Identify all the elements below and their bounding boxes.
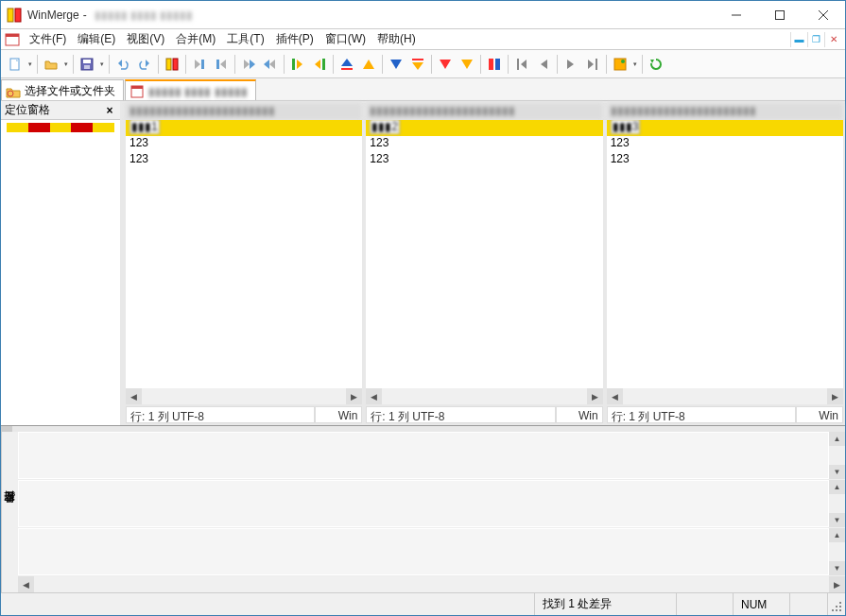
- copy-right-advance-icon[interactable]: [238, 54, 259, 75]
- undo-icon[interactable]: [112, 54, 133, 75]
- svg-rect-1: [15, 9, 21, 22]
- svg-rect-12: [84, 65, 90, 69]
- mdi-close-button[interactable]: ✕: [824, 32, 841, 47]
- menu-merge[interactable]: 合并(M): [170, 29, 221, 49]
- copy-left-icon[interactable]: [211, 54, 232, 75]
- tab-select-files[interactable]: 选择文件或文件夹: [1, 79, 124, 100]
- scroll-left-icon[interactable]: ◀: [366, 388, 382, 404]
- location-map[interactable]: [7, 123, 114, 132]
- scroll-right-icon[interactable]: ▶: [587, 388, 603, 404]
- pane-a: ▮▮▮1 123 123 ◀▶: [126, 120, 362, 404]
- menu-edit[interactable]: 编辑(E): [72, 29, 121, 49]
- pane-c-hscroll[interactable]: ◀▶: [607, 388, 843, 404]
- prev-diff-icon[interactable]: [358, 54, 379, 75]
- pane-b-line-3[interactable]: 123: [366, 152, 602, 168]
- all-right-icon[interactable]: [287, 54, 308, 75]
- close-button[interactable]: [802, 1, 845, 29]
- next-conflict-icon[interactable]: [484, 54, 505, 75]
- menu-tools[interactable]: 工具(T): [221, 29, 269, 49]
- diff-pane-hscroll[interactable]: ◀ ▶: [18, 576, 845, 592]
- scroll-right-icon[interactable]: ▶: [346, 388, 362, 404]
- maximize-button[interactable]: [758, 1, 802, 29]
- last-diff-icon[interactable]: [407, 54, 428, 75]
- diff-row-vscroll[interactable]: ▲▼: [829, 528, 845, 575]
- redo-icon[interactable]: [134, 54, 155, 75]
- pane-c-editor[interactable]: ▮▮▮3 123 123: [607, 120, 843, 388]
- first-diff-icon[interactable]: [337, 54, 357, 75]
- open-icon[interactable]: [41, 54, 61, 75]
- menu-plugins[interactable]: 插件(P): [270, 29, 319, 49]
- last-file-icon[interactable]: [582, 54, 603, 75]
- minimize-button[interactable]: [715, 1, 758, 29]
- diff-cell[interactable]: [19, 481, 828, 526]
- scroll-left-icon[interactable]: ◀: [126, 388, 142, 404]
- diff-cell[interactable]: [19, 529, 828, 574]
- refresh-icon[interactable]: [646, 54, 666, 75]
- pane-b-hscroll[interactable]: ◀▶: [366, 388, 602, 404]
- save-icon[interactable]: [77, 54, 97, 75]
- pane-b-line-1[interactable]: ▮▮▮2: [366, 120, 602, 136]
- scroll-left-icon[interactable]: ◀: [18, 576, 34, 592]
- menu-view[interactable]: 视图(V): [121, 29, 170, 49]
- diff-row-vscroll[interactable]: ▲▼: [829, 432, 845, 479]
- mdi-buttons: ▬ ❐ ✕: [790, 32, 841, 47]
- pane-status-row: 行: 1 列 UTF-8 Win 行: 1 列 UTF-8 Win 行: 1 列…: [124, 404, 845, 425]
- pane-b-editor[interactable]: ▮▮▮2 123 123: [366, 120, 602, 388]
- file-path-b[interactable]: ▮▮▮▮▮▮▮▮▮▮▮▮▮▮▮▮▮▮▮▮▮▮: [366, 103, 602, 120]
- pane-a-hscroll[interactable]: ◀▶: [126, 388, 362, 404]
- location-pane-header[interactable]: 定位窗格 ×: [1, 101, 120, 120]
- file-path-a[interactable]: ▮▮▮▮▮▮▮▮▮▮▮▮▮▮▮▮▮▮▮▮▮▮: [126, 103, 362, 120]
- pane-c-status-eol: Win: [796, 406, 843, 423]
- scroll-right-icon[interactable]: ▶: [829, 576, 845, 592]
- pane-c-line-1[interactable]: ▮▮▮3: [607, 120, 843, 136]
- options-icon[interactable]: [610, 54, 630, 75]
- next-diff-right-icon[interactable]: [435, 54, 456, 75]
- menu-file[interactable]: 文件(F): [24, 29, 72, 49]
- pane-a-line-1[interactable]: ▮▮▮1: [126, 120, 362, 136]
- title-app: WinMerge: [27, 9, 79, 22]
- copy-right-icon[interactable]: [189, 54, 210, 75]
- mdi-restore-button[interactable]: ❐: [807, 32, 824, 47]
- all-left-icon[interactable]: [309, 54, 330, 75]
- pane-a-status-pos: 行: 1 列 UTF-8: [126, 406, 315, 423]
- next-diff-icon[interactable]: [386, 54, 406, 75]
- new-icon[interactable]: [5, 54, 26, 75]
- file-path-c[interactable]: ▮▮▮▮▮▮▮▮▮▮▮▮▮▮▮▮▮▮▮▮▮▮: [607, 103, 843, 120]
- save-dropdown[interactable]: ▾: [98, 54, 106, 75]
- svg-rect-52: [836, 606, 837, 607]
- next-file-icon[interactable]: [561, 54, 581, 75]
- next-diff-left-icon[interactable]: [457, 54, 477, 75]
- diff-row-vscroll[interactable]: ▲▼: [829, 480, 845, 527]
- mdi-minimize-button[interactable]: ▬: [790, 32, 807, 47]
- tab-strip: 选择文件或文件夹 ▮▮▮▮▮ ▮▮▮▮ ▮▮▮▮▮: [1, 78, 845, 101]
- diff-pane: 差异窗格 ▲▼ ▲▼ ▲▼ ◀ ▶: [1, 432, 845, 592]
- new-dropdown[interactable]: ▾: [26, 54, 34, 75]
- diff-panes-icon[interactable]: [162, 54, 182, 75]
- pane-b-line-2[interactable]: 123: [366, 136, 602, 152]
- location-pane-body[interactable]: [1, 120, 120, 425]
- svg-marker-41: [541, 60, 547, 69]
- copy-left-advance-icon[interactable]: [260, 54, 281, 75]
- open-dropdown[interactable]: ▾: [62, 54, 70, 75]
- resize-grip-icon[interactable]: [828, 593, 845, 615]
- svg-marker-21: [244, 60, 250, 69]
- pane-a-line-2[interactable]: 123: [126, 136, 362, 152]
- pane-a-editor[interactable]: ▮▮▮1 123 123: [126, 120, 362, 388]
- options-dropdown[interactable]: ▾: [631, 54, 639, 75]
- svg-rect-15: [166, 59, 171, 70]
- tab-compare-document[interactable]: ▮▮▮▮▮ ▮▮▮▮ ▮▮▮▮▮: [125, 79, 256, 100]
- diff-cell[interactable]: [19, 433, 828, 478]
- pane-a-line-3[interactable]: 123: [126, 152, 362, 168]
- scroll-right-icon[interactable]: ▶: [827, 388, 843, 404]
- prev-file-icon[interactable]: [533, 54, 554, 75]
- pane-c-line-3[interactable]: 123: [607, 152, 843, 168]
- status-numlock: NUM: [734, 593, 790, 615]
- mdi-icon[interactable]: [5, 32, 20, 47]
- pane-c-line-2[interactable]: 123: [607, 136, 843, 152]
- scroll-left-icon[interactable]: ◀: [607, 388, 623, 404]
- location-pane-close-icon[interactable]: ×: [103, 104, 116, 117]
- title-bar[interactable]: WinMerge - ▮▮▮▮▮ ▮▮▮▮ ▮▮▮▮▮: [1, 1, 845, 29]
- first-file-icon[interactable]: [511, 54, 532, 75]
- menu-window[interactable]: 窗口(W): [319, 29, 371, 49]
- menu-help[interactable]: 帮助(H): [371, 29, 422, 49]
